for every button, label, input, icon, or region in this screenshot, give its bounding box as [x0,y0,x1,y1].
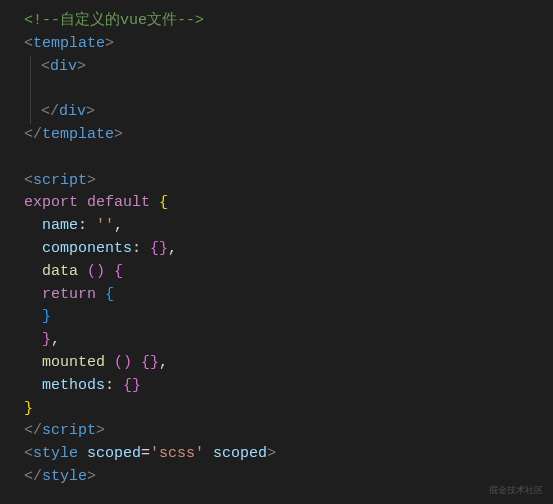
code-line: return { [24,284,553,307]
code-line [24,147,553,170]
code-line: <script> [24,170,553,193]
code-line: </div> [24,101,553,124]
code-line: </template> [24,124,553,147]
code-line: components: {}, [24,238,553,261]
code-line: <style scoped='scss' scoped> [24,443,553,466]
code-line: mounted () {}, [24,352,553,375]
code-line: <!--自定义的vue文件--> [24,10,553,33]
code-line: methods: {} [24,375,553,398]
code-line: } [24,306,553,329]
code-line: } [24,398,553,421]
code-line [24,78,553,101]
code-line: <div> [24,56,553,79]
code-line: </style> [24,466,553,489]
code-line: data () { [24,261,553,284]
code-line: </script> [24,420,553,443]
code-editor[interactable]: <!--自定义的vue文件--> <template> <div> </div>… [0,0,553,489]
comment-text: <!--自定义的vue文件--> [24,12,204,29]
code-line: export default { [24,192,553,215]
watermark: 掘金技术社区 [489,484,543,498]
code-line: }, [24,329,553,352]
code-line: <template> [24,33,553,56]
code-line: name: '', [24,215,553,238]
